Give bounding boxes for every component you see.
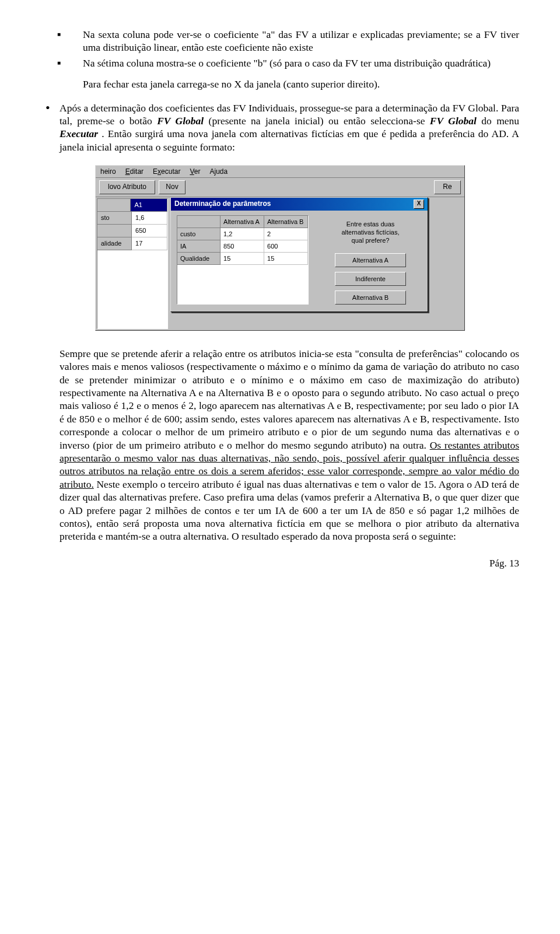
menu-ajuda[interactable]: Ajuda: [209, 167, 228, 176]
screenshot-figure: heiro Editar Executar Ver Ajuda lovo Atr…: [41, 165, 519, 331]
toolbar: lovo Atributo Nov Re: [96, 178, 464, 197]
closing-instruction: Para fechar esta janela carrega-se no X …: [83, 78, 519, 90]
menu-bar: heiro Editar Executar Ver Ajuda: [96, 166, 464, 178]
grid-cell[interactable]: 17: [132, 237, 167, 250]
indiferente-button[interactable]: Indiferente: [335, 272, 406, 286]
param-dialog: Determinação de parâmetros X Alternativa…: [170, 197, 428, 312]
close-icon[interactable]: X: [414, 200, 424, 209]
dialog-title: Determinação de parâmetros: [174, 200, 271, 208]
re-button[interactable]: Re: [434, 180, 461, 194]
grid-cell[interactable]: 15: [220, 253, 264, 265]
grid-cell[interactable]: 850: [220, 240, 264, 253]
bullet-item: Na sexta coluna pode ver-se o coeficient…: [83, 28, 519, 54]
col-alt-a-header: Alternativa A: [220, 216, 264, 228]
dialog-body: Alternativa A Alternativa B custo 1,2 2 …: [171, 211, 428, 312]
text-segment: (presente na janela inicial) ou então se…: [209, 115, 430, 127]
background-grid[interactable]: A1 sto 1,6 650 alidade 17: [97, 198, 168, 329]
grid-corner: [97, 199, 131, 212]
grid-row-header: sto: [97, 212, 132, 225]
text-segment: Sempre que se pretende aferir a relação …: [60, 348, 519, 451]
alternativa-b-button[interactable]: Alternativa B: [335, 291, 406, 305]
menu-editar[interactable]: Editar: [125, 167, 144, 176]
client-area: A1 sto 1,6 650 alidade 17 Determinação d…: [96, 197, 464, 330]
text-segment: . Então surgirá uma nova janela com alte…: [60, 128, 519, 152]
grid-cell[interactable]: 1,2: [220, 228, 264, 240]
grid-corner: [177, 216, 220, 228]
grid-cell[interactable]: 650: [132, 225, 167, 237]
grid-cell[interactable]: 2: [264, 228, 308, 240]
grid-cell[interactable]: 15: [264, 253, 308, 265]
prompt-text: Entre estas duas alternativas fictícias,…: [341, 220, 399, 245]
text-segment: do menu: [481, 115, 519, 127]
dialog-titlebar[interactable]: Determinação de parâmetros X: [171, 198, 428, 211]
row-header: custo: [177, 228, 220, 240]
menu-executar[interactable]: Executar: [153, 167, 180, 176]
grid-cell[interactable]: 1,6: [132, 212, 167, 225]
alternatives-grid[interactable]: Alternativa A Alternativa B custo 1,2 2 …: [177, 215, 309, 305]
fv-global-term: FV Global: [157, 115, 204, 127]
app-window: heiro Editar Executar Ver Ajuda lovo Atr…: [95, 165, 465, 331]
row-header: Qualidade: [177, 253, 220, 265]
bullet-item: Na sétima coluna mostra-se o coeficiente…: [83, 57, 519, 69]
dot-paragraph: Após a determinação dos coeficientes das…: [60, 102, 519, 154]
dialog-right-pane: Entre estas duas alternativas fictícias,…: [319, 215, 422, 305]
menu-ver[interactable]: Ver: [190, 167, 200, 176]
novo-atributo-button[interactable]: lovo Atributo: [99, 180, 155, 194]
alternativa-a-button[interactable]: Alternativa A: [335, 253, 406, 267]
grid-cell[interactable]: 600: [264, 240, 308, 253]
nov-button[interactable]: Nov: [159, 180, 186, 194]
fv-global-term: FV Global: [430, 115, 477, 127]
menu-ficheiro[interactable]: heiro: [100, 167, 116, 176]
body-paragraph: Sempre que se pretende aferir a relação …: [60, 347, 519, 543]
grid-row-header: alidade: [97, 237, 132, 250]
page-number: Pág. 13: [41, 557, 519, 570]
row-header: IA: [177, 240, 220, 253]
grid-col-header[interactable]: A1: [131, 199, 167, 212]
grid-row-header: [97, 225, 132, 237]
executar-term: Executar: [60, 128, 98, 139]
square-bullet-list: Na sexta coluna pode ver-se o coeficient…: [41, 28, 519, 69]
text-segment: Neste exemplo o terceiro atributo é igua…: [60, 478, 519, 543]
col-alt-b-header: Alternativa B: [264, 216, 308, 228]
